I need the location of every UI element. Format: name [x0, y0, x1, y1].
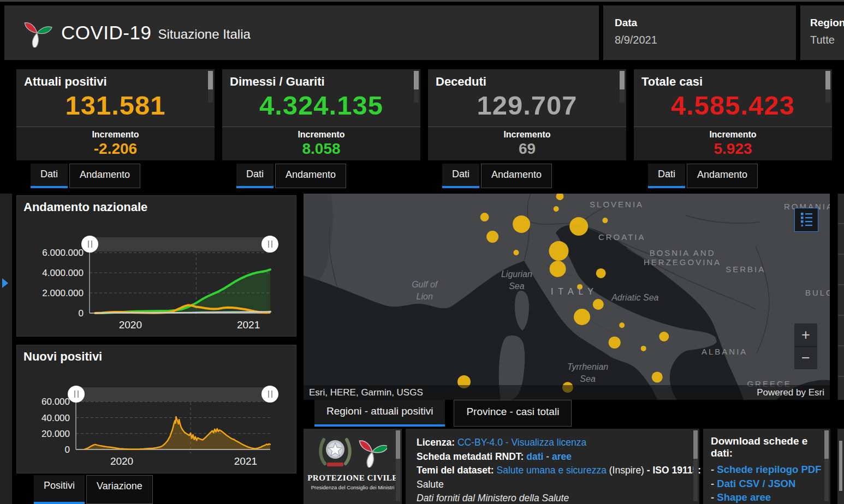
tab-dati[interactable]: Dati: [31, 164, 68, 188]
map-label: ITALY: [551, 287, 598, 297]
tab-andamento[interactable]: Andamento: [481, 164, 552, 188]
card-value: 4.585.423: [634, 90, 832, 121]
license-text: Temi del dataset:: [417, 465, 497, 476]
svg-text:6.000.000: 6.000.000: [42, 248, 84, 258]
license-text: Dati forniti dal Ministero della Salute: [417, 493, 569, 503]
scrollbar[interactable]: [824, 430, 829, 501]
nuovi-positivi-panel: Nuovi positivi 020.00040.00060.000202020…: [16, 345, 296, 473]
tab-andamento[interactable]: Andamento: [275, 164, 346, 188]
map-label: CROATIA: [598, 232, 646, 242]
tab-andamento[interactable]: Andamento: [687, 164, 758, 188]
svg-text:2021: 2021: [237, 319, 260, 331]
time-range-slider: [76, 387, 270, 401]
svg-text:0: 0: [79, 308, 84, 319]
top-border: [0, 0, 844, 2]
date-label: Data: [615, 17, 796, 29]
map-label: Adriatic Sea: [611, 292, 658, 304]
time-range-slider: [90, 237, 270, 251]
slider-handle-left[interactable]: [81, 236, 98, 253]
map-label: SERBIA: [726, 264, 765, 273]
tab-regioni-attuali-positivi[interactable]: Regioni - attuali positivi: [314, 400, 445, 427]
license-text: Salute: [417, 479, 444, 490]
svg-text:4.000.000: 4.000.000: [42, 268, 84, 278]
map-label: Gulf of Lion: [412, 279, 437, 303]
italy-map[interactable]: SLOVENIACROATIABOSNIA AND HERZEGOVINASER…: [304, 194, 830, 400]
license-link[interactable]: aree: [552, 451, 572, 462]
tab-dati[interactable]: Dati: [442, 164, 479, 188]
tab-variazione[interactable]: Variazione: [86, 475, 153, 504]
header: COVID-19 Situazione Italia: [4, 5, 599, 60]
scrollbar[interactable]: [414, 71, 419, 103]
increment-value: -2.206: [16, 140, 215, 158]
svg-text:0: 0: [65, 445, 70, 455]
date-value: 8/9/2021: [615, 34, 796, 46]
zoom-in-button[interactable]: +: [794, 323, 817, 346]
legend-button[interactable]: [794, 208, 818, 232]
card-dimessi-guariti: Dimessi / Guariti 4.324.135 Incremento 8…: [222, 69, 420, 188]
tab-positivi[interactable]: Positivi: [34, 475, 85, 504]
scrollbar[interactable]: [825, 71, 830, 103]
slider-handle-right[interactable]: [261, 386, 278, 403]
left-panel-strip: [0, 194, 12, 504]
map-label: SLOVENIA: [590, 199, 644, 208]
svg-text:40.000: 40.000: [41, 413, 70, 423]
cutoff-panel-scrollbar[interactable]: [837, 429, 844, 504]
slider-handle-left[interactable]: [68, 386, 85, 403]
license-text: (Inspire): [607, 465, 647, 476]
scrollbar[interactable]: [208, 71, 213, 103]
map-labels: SLOVENIACROATIABOSNIA AND HERZEGOVINASER…: [304, 194, 830, 400]
map-attribution: Esri, HERE, Garmin, USGS Powered by Esri: [304, 385, 830, 400]
card-value: 131.581: [16, 90, 215, 121]
card-title: Dimessi / Guariti: [222, 69, 420, 89]
protezione-civile-triskelion-icon: [356, 434, 387, 470]
license-link[interactable]: CC-BY-4.0: [457, 437, 503, 448]
increment-label: Incremento: [16, 130, 215, 140]
increment-value: 8.058: [222, 140, 420, 158]
increment-value: 69: [428, 140, 626, 158]
app-title: COVID-19: [61, 22, 151, 44]
scrollbar[interactable]: [693, 430, 698, 501]
card-totale-casi: Totale casi 4.585.423 Incremento 5.923 D…: [634, 69, 832, 188]
map-label: BULGARIA: [805, 288, 830, 297]
svg-text:2020: 2020: [119, 319, 142, 331]
tab-andamento[interactable]: Andamento: [69, 164, 140, 188]
license-link[interactable]: Visualizza licenza: [511, 437, 586, 448]
andamento-nazionale-panel: Andamento nazionale 02.000.0004.000.0006…: [16, 195, 296, 337]
card-deceduti: Deceduti 129.707 Incremento 69 Dati Anda…: [428, 69, 626, 188]
svg-text:2020: 2020: [110, 455, 133, 467]
app-subtitle: Situazione Italia: [158, 23, 250, 42]
download-link[interactable]: Shape aree: [717, 491, 771, 503]
download-link[interactable]: Schede riepilogo PDF: [717, 464, 821, 475]
date-indicator: Data 8/9/2021: [603, 5, 796, 60]
card-value: 129.707: [428, 90, 626, 121]
download-link[interactable]: Dati CSV / JSON: [717, 478, 795, 489]
zoom-out-button[interactable]: −: [794, 346, 817, 369]
nuovi-positivi-chart: 020.00040.00060.00020202021: [17, 345, 296, 473]
scrollbar[interactable]: [396, 430, 400, 501]
tab-province-casi-totali[interactable]: Province - casi totali: [454, 400, 572, 427]
card-value: 4.324.135: [222, 90, 420, 121]
cutoff-list-panel: [837, 194, 844, 400]
license-link[interactable]: Salute umana e sicurezza: [497, 465, 607, 476]
tab-dati[interactable]: Dati: [236, 164, 274, 188]
card-title: Totale casi: [634, 69, 832, 89]
slider-handle-right[interactable]: [261, 236, 278, 253]
region-indicator: Regione Tutte: [800, 5, 844, 60]
map-zoom-controls: + −: [794, 323, 817, 369]
license-link[interactable]: -: [503, 437, 512, 448]
svg-text:2.000.000: 2.000.000: [42, 288, 84, 298]
increment-label: Incremento: [222, 130, 420, 140]
license-text: Scheda metadati RNDT:: [417, 451, 526, 462]
tab-dati[interactable]: Dati: [648, 164, 685, 188]
legend-icon: [799, 211, 814, 229]
scrollbar[interactable]: [620, 71, 625, 103]
stat-cards-row: Attuali positivi 131.581 Incremento -2.2…: [16, 69, 832, 188]
expand-panel-arrow-icon[interactable]: [2, 278, 8, 288]
svg-text:2021: 2021: [234, 455, 257, 467]
region-label: Regione: [810, 17, 844, 29]
italy-emblem-icon: [318, 432, 352, 471]
license-link[interactable]: dati: [526, 451, 543, 462]
svg-text:60.000: 60.000: [41, 397, 70, 407]
map-label: ALBANIA: [702, 347, 747, 356]
andamento-nazionale-chart: 02.000.0004.000.0006.000.00020202021: [17, 196, 296, 336]
